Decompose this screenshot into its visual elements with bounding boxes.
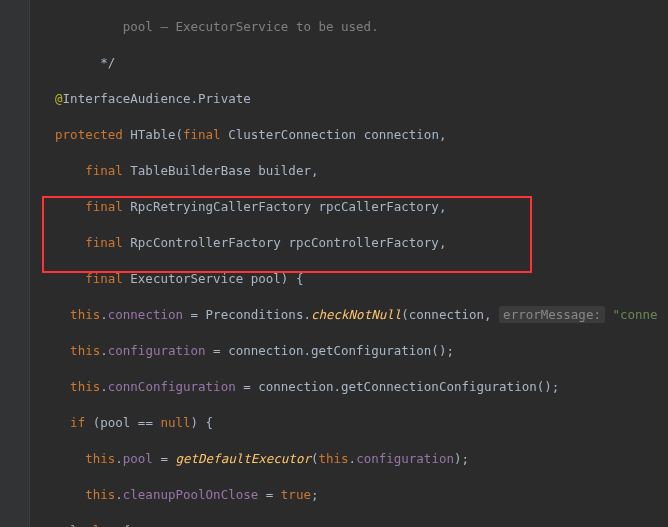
code-line: this.cleanupPoolOnClose = true; — [40, 486, 658, 504]
code-line: this.pool = getDefaultExecutor(this.conf… — [40, 450, 658, 468]
editor-gutter[interactable] — [0, 0, 30, 527]
code-line: this.configuration = connection.getConfi… — [40, 342, 658, 360]
code-line: final TableBuilderBase builder, — [40, 162, 658, 180]
code-line: this.connConfiguration = connection.getC… — [40, 378, 658, 396]
code-editor[interactable]: pool – ExecutorService to be used. */ @I… — [30, 0, 658, 527]
code-line: @InterfaceAudience.Private — [40, 90, 658, 108]
code-line: this.connection = Preconditions.checkNot… — [40, 306, 658, 324]
code-line: } else { — [40, 522, 658, 527]
code-line: protected HTable(final ClusterConnection… — [40, 126, 658, 144]
param-hint: errorMessage: — [499, 306, 605, 323]
code-line: final RpcControllerFactory rpcController… — [40, 234, 658, 252]
code-line: final RpcRetryingCallerFactory rpcCaller… — [40, 198, 658, 216]
code-line: if (pool == null) { — [40, 414, 658, 432]
code-line: */ — [40, 54, 658, 72]
code-line: pool – ExecutorService to be used. — [40, 18, 658, 36]
code-line: final ExecutorService pool) { — [40, 270, 658, 288]
